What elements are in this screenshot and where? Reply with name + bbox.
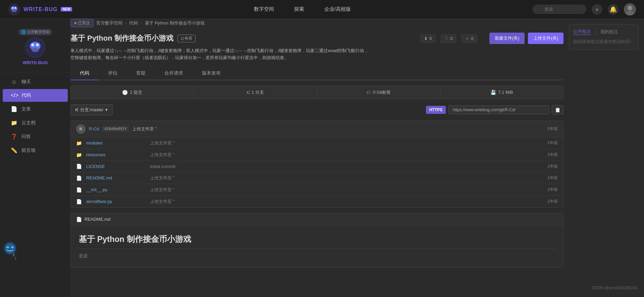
profile-avatar: [25, 37, 45, 57]
svg-point-14: [32, 44, 33, 46]
sidebar-label-code: 代码: [21, 92, 31, 98]
sidebar-item-chat[interactable]: ☺ 聊天: [3, 76, 68, 88]
repo-title: 基于 Python 制作接金币小游戏: [70, 33, 173, 43]
tab-evaluate[interactable]: 评估: [99, 67, 127, 80]
file-name-resources[interactable]: resources: [86, 152, 147, 157]
like-icon: ♡: [444, 36, 448, 41]
svg-point-15: [36, 44, 38, 46]
annotation-placeholder: 划词添加批注或者你想说的话~: [573, 38, 634, 45]
tag-icon: 🏷: [366, 90, 371, 95]
search-input[interactable]: [533, 5, 586, 14]
svg-point-5: [15, 7, 16, 8]
sidebar-item-qa[interactable]: ❓ 问答: [3, 130, 68, 143]
sidebar-item-code[interactable]: </> 代码: [3, 89, 68, 102]
qa-icon: ❓: [11, 133, 17, 140]
readme-header: 📄 README.md: [71, 213, 563, 226]
file-row: 📁 modules 上传文件至 " 1年前: [71, 137, 563, 149]
file-commit-init: 上传文件至 ": [150, 187, 544, 193]
readme-file-icon: 📄: [76, 217, 82, 222]
breadcrumb-repo[interactable]: 基于 Python 制作接金币小游戏: [145, 20, 205, 26]
file-time-license: 1年前: [547, 164, 558, 169]
file-name-license[interactable]: LICENSE: [86, 164, 147, 169]
file-time-readme: 1年前: [547, 175, 558, 181]
page-layout: 🌐 公开数字空间 WRITE-BUG ☺ 聊天 </>: [0, 19, 644, 297]
nav-link-digital-space[interactable]: 数字空间: [254, 6, 274, 12]
nav-link-explore[interactable]: 探索: [294, 6, 304, 12]
commits-icon: 🕐: [122, 90, 128, 95]
meta-commits[interactable]: 🕐 2 提交: [71, 86, 194, 99]
tab-release[interactable]: 版本发布: [193, 67, 230, 80]
repo-title-row: 基于 Python 制作接金币小游戏 公有库 ⬇ 0 ♡ 0 ☆: [70, 33, 564, 44]
tab-code[interactable]: 代码: [70, 67, 99, 80]
readme-title: 基于 Python 制作接金币小游戏: [79, 234, 555, 245]
chat-icon: ☺: [11, 79, 17, 85]
sidebar-label-chat: 聊天: [21, 79, 31, 85]
nav-right: 🔍 ＋ 🔔: [533, 3, 636, 15]
commit-hash[interactable]: 416d9e892f: [102, 126, 128, 132]
message-icon: ✏️: [11, 147, 17, 154]
readme-section: 📄 README.md 基于 Python 制作接金币小游戏 是源: [70, 213, 564, 267]
nav-links: 数字空间 探索 企业/高校版: [254, 6, 351, 12]
logo[interactable]: WRITE-BUG NEW: [8, 3, 72, 15]
file-commit-modules: 上传文件至 ": [150, 140, 544, 146]
tab-qa[interactable]: 答疑: [127, 67, 155, 80]
like-stat[interactable]: ♡ 0: [441, 34, 456, 43]
notification-button[interactable]: 🔔: [608, 4, 619, 15]
file-icon: 📄: [76, 175, 83, 181]
commit-time: 1年前: [547, 126, 558, 132]
file-icon: 📄: [76, 164, 83, 169]
avatar[interactable]: [624, 3, 636, 15]
commit-row: R R-Cd 416d9e892f 上传文件至 " 1年前: [71, 121, 563, 137]
branch-selector[interactable]: ⑆ 分支:master ▾: [70, 104, 113, 115]
breadcrumb-space[interactable]: 官方数字空间: [96, 20, 122, 26]
nav-link-enterprise[interactable]: 企业/高校版: [324, 6, 351, 12]
code-icon: </>: [11, 92, 17, 98]
file-name-init[interactable]: __init__.py: [86, 187, 147, 192]
annotation-tab-public[interactable]: 公开批注: [573, 29, 591, 35]
star-stat[interactable]: ☆ 0: [462, 34, 477, 43]
right-panel: 公开批注 ｜ 我的批注 划词添加批注或者你想说的话~: [564, 19, 644, 297]
breadcrumb: ♥ 已关注 官方数字空间 › 代码 › 基于 Python 制作接金币小游戏: [70, 19, 564, 27]
branch-clone-row: ⑆ 分支:master ▾ HTTPS 📋: [70, 104, 564, 115]
file-name-readme[interactable]: README.md: [86, 175, 147, 180]
repo-stats: ⬇ 0 ♡ 0 ☆ 0: [420, 34, 477, 43]
sidebar-item-message-wall[interactable]: ✏️ 留言墙: [3, 144, 68, 157]
commit-avatar: R: [76, 124, 86, 134]
sidebar-item-article[interactable]: 📄 文章: [3, 102, 68, 116]
annotation-divider: ｜: [593, 29, 598, 35]
follow-badge[interactable]: ♥ 已关注: [70, 19, 94, 27]
upload-file-button[interactable]: 上传文件(夹): [528, 33, 564, 44]
branch-icon: ⑆: [247, 90, 250, 95]
profile-name: WRITE-BUG: [22, 60, 48, 65]
file-icon: 📄: [76, 199, 83, 204]
file-table: R R-Cd 416d9e892f 上传文件至 " 1年前 📁 modules …: [70, 121, 564, 208]
breadcrumb-code[interactable]: 代码: [129, 20, 138, 26]
commit-username[interactable]: R-Cd: [89, 126, 99, 131]
file-row: 📁 resources 上传文件至 " 1年前: [71, 149, 563, 161]
profile-tag: 🌐 公开数字空间: [18, 29, 52, 35]
readme-subtitle-label: 是源: [79, 253, 555, 259]
copy-url-button[interactable]: 📋: [552, 105, 564, 115]
folder-icon: 📁: [11, 120, 17, 126]
add-button[interactable]: ＋: [592, 4, 602, 15]
file-name-aircraftwar[interactable]: aircraftwar.py: [86, 199, 147, 204]
file-time-aircraftwar: 1年前: [547, 199, 558, 204]
tabs-row: 代码 评估 答疑 合并请求 版本发布: [70, 67, 564, 80]
new-file-button[interactable]: 新建文件(夹): [489, 33, 525, 44]
annotation-tab-mine[interactable]: 我的批注: [600, 29, 618, 35]
sidebar-label-message-wall: 留言墙: [21, 147, 36, 154]
file-name-modules[interactable]: modules: [86, 140, 147, 145]
chevron-down-icon: ▾: [105, 107, 108, 112]
clone-url-input[interactable]: [448, 105, 549, 114]
sidebar-item-cloud-docs[interactable]: 📁 云文档: [3, 116, 68, 129]
meta-branches[interactable]: ⑆ 1 分支: [194, 86, 317, 99]
download-stat[interactable]: ⬇ 0: [420, 34, 435, 43]
readme-body: 基于 Python 制作接金币小游戏 是源: [71, 226, 563, 267]
https-badge[interactable]: HTTPS: [426, 106, 446, 114]
breadcrumb-sep1: ›: [125, 20, 126, 26]
file-row: 📄 LICENSE Initial commit 1年前: [71, 161, 563, 172]
sidebar: 🌐 公开数字空间 WRITE-BUG ☺ 聊天 </>: [0, 19, 70, 297]
tab-merge-request[interactable]: 合并请求: [155, 67, 193, 80]
svg-point-8: [628, 6, 632, 10]
meta-tags[interactable]: 🏷 0 Git标签: [317, 86, 440, 99]
